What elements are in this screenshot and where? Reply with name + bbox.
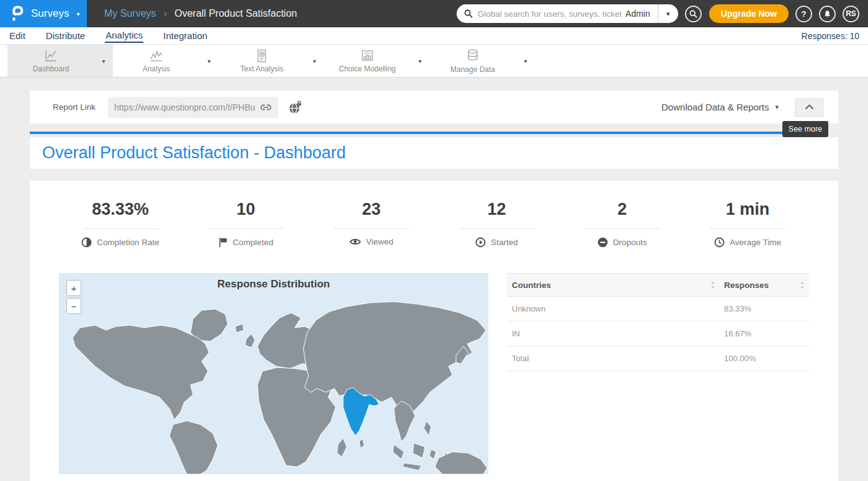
stat-value: 1 min xyxy=(685,200,810,219)
world-map[interactable] xyxy=(59,273,488,474)
chevron-down-icon: ▾ xyxy=(102,58,105,65)
stat-divider xyxy=(459,228,535,229)
toolbar-item-label: Analysis xyxy=(143,65,171,73)
questionpro-logo-icon xyxy=(10,5,25,22)
search-scope-dropdown[interactable]: ▾ xyxy=(658,4,678,23)
globe-lock-icon[interactable] xyxy=(289,101,302,114)
eye-icon xyxy=(349,237,361,246)
sort-icon[interactable] xyxy=(710,281,715,289)
framed-chart-icon xyxy=(360,49,375,63)
flag-icon xyxy=(218,237,228,248)
toolbar-item-analysis[interactable]: Analysis ▾ xyxy=(113,45,218,77)
contrast-circle-icon xyxy=(81,237,92,248)
chevron-down-icon: ▾ xyxy=(76,11,79,17)
report-link-bar: Report Link Download Data & Reports ▾ Se… xyxy=(30,91,838,124)
minus-circle-icon xyxy=(597,237,608,248)
chevron-down-icon: ▾ xyxy=(207,58,210,65)
report-link-input[interactable] xyxy=(114,102,257,112)
tab-edit[interactable]: Edit xyxy=(9,29,26,42)
table-row: Total 100.00% xyxy=(507,346,810,371)
country-cell: Unknown xyxy=(512,304,545,313)
toolbar-item-choice-modelling[interactable]: Choice Modelling ▾ xyxy=(324,45,429,77)
map-title: Response Distribution xyxy=(59,278,488,290)
toolbar-dashboard-dropdown[interactable]: ▾ xyxy=(94,45,113,77)
product-menu-label: Surveys xyxy=(31,7,69,20)
toolbar-choice-modelling-dropdown[interactable]: ▾ xyxy=(411,45,429,77)
see-more-tooltip: See more xyxy=(782,121,828,137)
toolbar-item-manage-data[interactable]: Manage Data ▾ xyxy=(429,45,535,77)
breadcrumb-current-survey: Overall Product Satisfaction xyxy=(174,8,297,19)
toolbar-item-label: Manage Data xyxy=(450,65,495,74)
stat-divider xyxy=(208,228,284,229)
chevron-down-icon: ▾ xyxy=(313,58,316,65)
map-region-iceland xyxy=(235,324,244,333)
map-zoom-in-button[interactable]: + xyxy=(66,280,81,296)
responses-cell: 83.33% xyxy=(724,304,751,313)
countries-table-header: Countries Responses xyxy=(507,273,810,297)
toolbar-manage-data-dropdown[interactable]: ▾ xyxy=(516,45,535,77)
stat-divider xyxy=(83,228,158,229)
see-more-toggle-button[interactable]: See more xyxy=(795,98,823,117)
chevron-down-icon: ▾ xyxy=(418,58,421,65)
stat-divider xyxy=(584,228,660,229)
stat-label: Average Time xyxy=(730,238,781,247)
stat-value: 12 xyxy=(434,200,560,219)
map-zoom-controls: + − xyxy=(66,280,81,314)
dashboard-content: 83.33% Completion Rate 10 Completed xyxy=(30,181,838,481)
avatar-initials: RS xyxy=(846,9,856,18)
stat-divider xyxy=(333,228,409,229)
product-menu[interactable]: Surveys ▾ xyxy=(0,0,87,27)
survey-nav: Edit Distribute Analytics Integration Re… xyxy=(0,27,868,45)
tab-distribute[interactable]: Distribute xyxy=(45,29,86,42)
countries-table: Countries Responses Unknown 83.33% xyxy=(507,273,810,474)
map-region-uk xyxy=(245,334,255,348)
bell-icon xyxy=(823,10,831,18)
global-search-input[interactable] xyxy=(478,9,622,19)
stat-viewed: 23 Viewed xyxy=(308,200,434,248)
sort-icon[interactable] xyxy=(800,281,805,289)
tab-integration[interactable]: Integration xyxy=(163,29,208,42)
report-link-field xyxy=(108,97,278,118)
toolbar-item-text-analysis[interactable]: Text Analysis ▾ xyxy=(218,45,324,77)
search-icon xyxy=(689,10,697,18)
toolbar-item-dashboard[interactable]: Dashboard ▾ xyxy=(7,45,113,77)
chevron-down-icon: ▾ xyxy=(524,58,527,65)
search-icon xyxy=(464,9,473,18)
stat-label: Completion Rate xyxy=(97,238,159,247)
clock-icon xyxy=(714,237,725,248)
map-zoom-out-button[interactable]: − xyxy=(66,298,81,314)
column-header-countries: Countries xyxy=(512,281,551,290)
user-avatar[interactable]: RS xyxy=(843,6,859,22)
toolbar-item-label: Dashboard xyxy=(33,65,69,73)
stat-value: 23 xyxy=(308,200,434,219)
responses-count: Responses: 10 xyxy=(802,31,859,41)
search-button[interactable] xyxy=(685,6,702,22)
stat-value: 83.33% xyxy=(58,200,183,219)
upgrade-now-button[interactable]: Upgrade Now xyxy=(709,4,789,23)
stat-completed: 10 Completed xyxy=(183,200,308,248)
tab-analytics[interactable]: Analytics xyxy=(105,29,143,43)
map-region-sumatra xyxy=(393,444,404,459)
toolbar-analysis-dropdown[interactable]: ▾ xyxy=(200,45,218,77)
stat-label: Started xyxy=(491,238,518,247)
database-icon xyxy=(465,48,480,63)
responses-cell: 100.00% xyxy=(724,354,756,363)
map-region-java xyxy=(403,463,421,470)
search-scope-label: Admin xyxy=(625,9,650,19)
question-mark-icon: ? xyxy=(802,9,807,19)
breadcrumb-my-surveys[interactable]: My Surveys xyxy=(104,8,156,19)
toolbar-item-label: Choice Modelling xyxy=(339,65,396,73)
page-title: Overall Product Satisfaction - Dashboard xyxy=(42,143,346,163)
map-region-borneo xyxy=(413,443,425,458)
breadcrumb: My Surveys › Overall Product Satisfactio… xyxy=(104,7,297,20)
toolbar-text-analysis-dropdown[interactable]: ▾ xyxy=(305,45,324,77)
link-icon[interactable] xyxy=(260,104,272,111)
download-data-reports-menu[interactable]: Download Data & Reports ▾ xyxy=(661,102,779,112)
report-link-label: Report Link xyxy=(53,102,96,112)
breadcrumb-separator-icon: › xyxy=(164,7,168,20)
dashboard-page: Report Link Download Data & Reports ▾ Se… xyxy=(0,78,868,481)
responses-cell: 16.67% xyxy=(724,329,751,338)
help-button[interactable]: ? xyxy=(795,6,812,22)
notifications-button[interactable] xyxy=(819,6,836,22)
map-region-philippines xyxy=(424,421,431,436)
